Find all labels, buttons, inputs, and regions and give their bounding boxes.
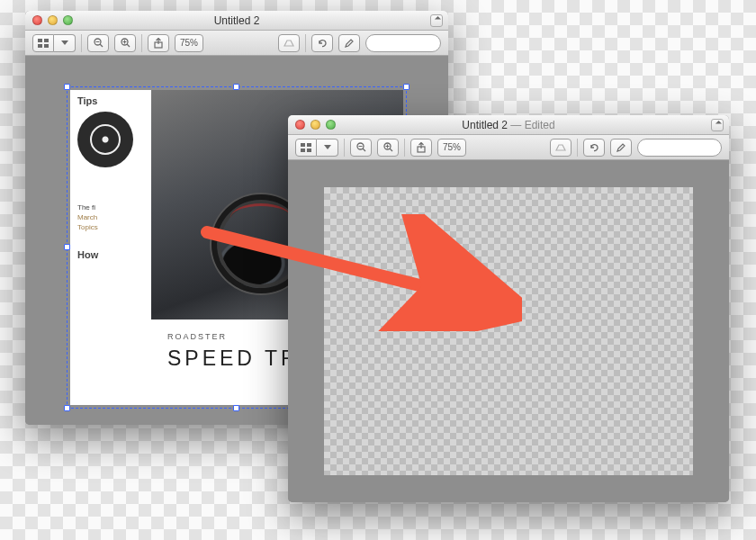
minimize-icon[interactable] [48,15,58,25]
transparent-canvas[interactable] [324,187,693,475]
svg-line-8 [127,44,130,47]
zoom-icon[interactable] [326,120,336,130]
view-list-button[interactable] [317,139,338,157]
titlebar[interactable]: Untitled 2 [25,11,448,31]
zoom-in-button[interactable] [377,139,399,157]
share-button[interactable] [410,139,432,157]
resize-handle[interactable] [403,84,410,90]
svg-rect-0 [38,39,42,42]
titlebar[interactable]: Untitled 2 — Edited [288,115,729,135]
view-list-button[interactable] [54,34,76,52]
rotate-button[interactable] [583,139,605,157]
close-icon[interactable] [32,15,42,25]
zoom-in-button[interactable] [114,34,136,52]
svg-line-5 [100,44,103,47]
zoom-in-icon [121,38,130,48]
svg-rect-15 [307,143,311,147]
fullscreen-button[interactable] [430,14,443,27]
rotate-icon [589,142,599,153]
fullscreen-button[interactable] [711,119,724,131]
search-field[interactable] [637,139,723,157]
svg-line-22 [390,148,392,151]
preview-window-target: Untitled 2 — Edited 75% [288,115,729,502]
sidebar-text: The fi [77,203,144,212]
page-sidebar: Tips The fi March Topics How [70,90,151,405]
search-field[interactable] [365,34,442,52]
svg-rect-3 [44,44,49,48]
logo-circle [77,112,133,167]
grid-icon [301,143,311,152]
chevron-down-icon [61,40,68,46]
highlighter-icon [555,143,566,152]
sidebar-heading-2: How [77,249,144,260]
view-thumbnails-button[interactable] [32,34,54,52]
zoom-out-icon [356,142,366,152]
zoom-out-button[interactable] [87,34,109,52]
resize-handle[interactable] [64,84,70,90]
sidebar-meta: Topics [77,223,144,231]
minimize-icon[interactable] [310,120,320,130]
separator [81,34,82,52]
window-title: Untitled 2 [25,14,448,27]
view-mode-group [295,139,338,157]
resize-handle[interactable] [233,84,239,90]
toolbar: 75% [25,31,448,56]
resize-handle[interactable] [233,405,239,411]
rotate-icon [317,38,328,49]
highlight-button[interactable] [278,34,300,52]
share-button[interactable] [148,34,169,52]
highlighter-icon [284,39,294,48]
separator [344,139,345,157]
markup-button[interactable] [338,34,360,52]
share-icon [416,142,427,153]
svg-line-19 [363,148,365,151]
chevron-down-icon [324,145,331,150]
svg-rect-2 [38,44,42,48]
sidebar-heading: Tips [77,95,144,106]
view-thumbnails-button[interactable] [295,139,317,157]
zoom-label: 75% [443,142,461,152]
zoom-out-button[interactable] [350,139,372,157]
svg-rect-1 [44,39,49,42]
view-mode-group [32,34,76,52]
traffic-lights [25,15,73,25]
highlight-button[interactable] [550,139,572,157]
separator [141,34,142,52]
resize-handle[interactable] [64,405,70,411]
search-input[interactable] [375,38,448,48]
zoom-out-icon [94,38,104,48]
canvas[interactable] [288,160,729,502]
zoom-icon[interactable] [63,15,73,25]
grid-icon [38,39,49,48]
window-title: Untitled 2 — Edited [288,119,729,131]
svg-rect-16 [301,148,305,152]
svg-rect-17 [307,148,311,152]
markup-button[interactable] [610,139,632,157]
zoom-in-icon [383,142,393,152]
rotate-button[interactable] [311,34,333,52]
svg-rect-14 [301,143,305,147]
toolbar: 75% [288,135,729,160]
search-input[interactable] [647,142,729,152]
zoom-level[interactable]: 75% [437,139,466,157]
separator [404,139,405,157]
close-icon[interactable] [295,120,305,130]
separator [305,34,306,52]
traffic-lights [288,120,336,130]
share-icon [153,38,164,49]
sidebar-meta: March [77,213,144,221]
zoom-level[interactable]: 75% [175,34,203,52]
zoom-label: 75% [180,38,198,48]
resize-handle[interactable] [64,244,70,250]
separator [577,139,578,157]
pencil-icon [344,38,355,49]
pencil-icon [616,142,626,153]
